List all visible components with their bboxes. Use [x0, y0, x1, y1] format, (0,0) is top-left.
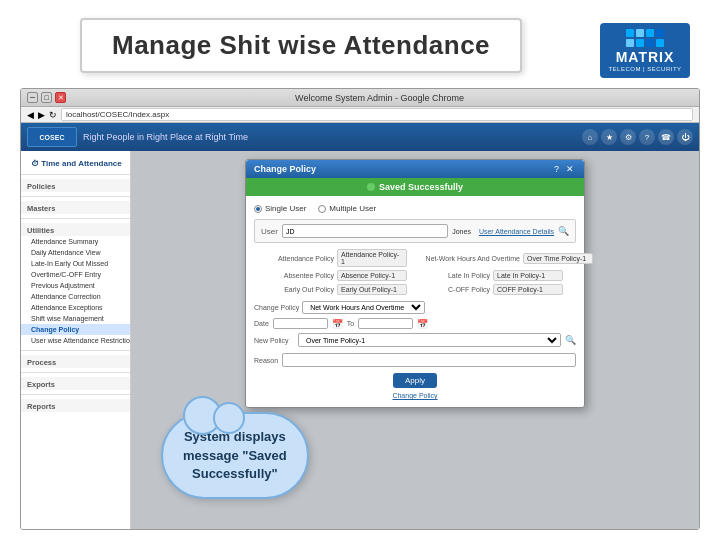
modal-help-icon[interactable]: ? — [552, 164, 561, 174]
sidebar-section-masters: Masters — [21, 199, 130, 216]
calendar-from-icon[interactable]: 📅 — [332, 319, 343, 329]
logo-dot-3 — [646, 29, 654, 37]
reason-input[interactable] — [282, 353, 576, 367]
absentee-policy-label: Absentee Policy — [254, 272, 334, 279]
sidebar-item-att-exceptions[interactable]: Attendance Exceptions — [21, 302, 130, 313]
logo-dot-2 — [636, 29, 644, 37]
coff-policy-label: C-OFF Policy — [410, 286, 490, 293]
sidebar-header-reports: Reports — [21, 399, 130, 412]
early-out-policy-value: Early Out Policy-1 — [337, 284, 407, 295]
single-user-radio-dot — [254, 205, 262, 213]
sidebar-module-time[interactable]: ⏱ Time and Attendance — [21, 157, 130, 170]
new-policy-select[interactable]: Over Time Policy-1 — [298, 333, 561, 347]
new-policy-search-icon[interactable]: 🔍 — [565, 335, 576, 345]
sidebar-item-prev-adj[interactable]: Previous Adjustment — [21, 280, 130, 291]
sidebar-header-policies: Policies — [21, 179, 130, 192]
modal-user-row: User Jones User Attendance Details 🔍 — [254, 219, 576, 243]
app-logo: COSEC — [27, 127, 77, 147]
slide-container: Manage Shit wise Attendance MATRIX TELEC… — [0, 0, 720, 540]
early-out-policy-label: Early Out Policy — [254, 286, 334, 293]
sidebar-item-daily-view[interactable]: Daily Attendance View — [21, 247, 130, 258]
modal-radio-row: Single User Multiple User — [254, 204, 576, 213]
apply-button[interactable]: Apply — [393, 373, 437, 388]
sidebar-section-reports: Reports — [21, 397, 130, 414]
sidebar-item-late-in[interactable]: Late-In Early Out Missed — [21, 258, 130, 269]
app-header: COSEC Right People in Right Place at Rig… — [21, 123, 699, 151]
app-header-icons: ⌂ ★ ⚙ ? ☎ ⏻ — [582, 129, 693, 145]
modal-close-icon[interactable]: ✕ — [564, 164, 576, 174]
logo-brand-text: MATRIX — [616, 50, 675, 64]
late-in-policy-row: Late In Policy Late In Policy-1 — [410, 270, 593, 281]
sidebar-item-att-correction[interactable]: Attendance Correction — [21, 291, 130, 302]
browser-close-btn[interactable]: ✕ — [55, 92, 66, 103]
reason-row: Reason — [254, 353, 576, 367]
help-icon[interactable]: ? — [639, 129, 655, 145]
sidebar-section-exports: Exports — [21, 375, 130, 392]
forward-icon[interactable]: ▶ — [38, 110, 45, 120]
app-logo-text: COSEC — [40, 134, 65, 141]
slide-title: Manage Shit wise Attendance — [112, 30, 490, 60]
attendance-policy-row: Attendance Policy Attendance Policy-1 — [254, 249, 407, 267]
logo-dot-8 — [656, 39, 664, 47]
reason-label: Reason — [254, 357, 278, 364]
late-in-policy-label: Late In Policy — [410, 272, 490, 279]
date-to-input[interactable] — [358, 318, 413, 329]
star-icon[interactable]: ★ — [601, 129, 617, 145]
calendar-to-icon[interactable]: 📅 — [417, 319, 428, 329]
home-icon[interactable]: ⌂ — [582, 129, 598, 145]
refresh-icon[interactable]: ↻ — [49, 110, 57, 120]
main-content: Change Policy ? ✕ Saved Successfully — [131, 151, 699, 529]
top-section: Manage Shit wise Attendance MATRIX TELEC… — [0, 0, 720, 88]
phone-icon[interactable]: ☎ — [658, 129, 674, 145]
net-work-hours-value: Over Time Policy-1 — [523, 253, 593, 264]
sidebar-item-attendance-summary[interactable]: Attendance Summary — [21, 236, 130, 247]
early-out-policy-row: Early Out Policy Early Out Policy-1 — [254, 284, 407, 295]
date-row: Date 📅 To 📅 — [254, 318, 576, 329]
sidebar-item-shift-mgmt[interactable]: Shift wise Management — [21, 313, 130, 324]
browser-urlbar: ◀ ▶ ↻ localhost/COSEC/Index.aspx — [21, 107, 699, 123]
logo-grid — [626, 29, 664, 47]
browser-minimize-btn[interactable]: ─ — [27, 92, 38, 103]
app-body: ⏱ Time and Attendance Policies Masters U… — [21, 151, 699, 529]
power-icon[interactable]: ⏻ — [677, 129, 693, 145]
change-policy-dropdown[interactable]: Net Work Hours And Overtime — [302, 301, 425, 314]
app-module-name: Right People in Right Place at Right Tim… — [83, 132, 576, 142]
user-name-display: Jones — [452, 228, 471, 235]
sidebar-header-masters: Masters — [21, 201, 130, 214]
sidebar-header-exports: Exports — [21, 377, 130, 390]
modal-header-icons: ? ✕ — [552, 164, 576, 174]
modal-title: Change Policy — [254, 164, 316, 174]
logo-dot-5 — [626, 39, 634, 47]
url-bar[interactable]: localhost/COSEC/Index.aspx — [61, 108, 693, 121]
sidebar-item-change-policy[interactable]: Change Policy — [21, 324, 130, 335]
new-policy-row: New Policy Over Time Policy-1 🔍 — [254, 333, 576, 347]
sidebar-section-utilities: Utilities Attendance Summary Daily Atten… — [21, 221, 130, 348]
user-input[interactable] — [282, 224, 448, 238]
browser-maximize-btn[interactable]: □ — [41, 92, 52, 103]
back-icon[interactable]: ◀ — [27, 110, 34, 120]
logo-tagline-text: TELECOM | SECURITY — [608, 66, 681, 72]
user-attendance-details-link[interactable]: User Attendance Details — [479, 228, 554, 235]
success-banner: Saved Successfully — [246, 178, 584, 196]
date-from-input[interactable] — [273, 318, 328, 329]
annotation-text: System displaysmessage "SavedSuccessfull… — [183, 429, 287, 480]
user-search-icon[interactable]: 🔍 — [558, 226, 569, 236]
coff-policy-value: COFF Policy-1 — [493, 284, 563, 295]
absentee-policy-row: Absentee Policy Absence Policy-1 — [254, 270, 407, 281]
cloud-annotation: System displaysmessage "SavedSuccessfull… — [161, 412, 309, 499]
multiple-user-radio[interactable]: Multiple User — [318, 204, 376, 213]
single-user-radio[interactable]: Single User — [254, 204, 306, 213]
gear-icon[interactable]: ⚙ — [620, 129, 636, 145]
modal-body: Single User Multiple User User — [246, 196, 584, 407]
sidebar-item-user-att-restriction[interactable]: User wise Attendance Restriction — [21, 335, 130, 346]
attendance-policy-label: Attendance Policy — [254, 255, 334, 262]
coff-policy-row: C-OFF Policy COFF Policy-1 — [410, 284, 593, 295]
change-policy-footer-link[interactable]: Change Policy — [254, 392, 576, 399]
sidebar-section-policies: Policies — [21, 177, 130, 194]
sidebar-section-process: Process — [21, 353, 130, 370]
matrix-logo: MATRIX TELECOM | SECURITY — [600, 23, 690, 78]
logo-dot-1 — [626, 29, 634, 37]
sidebar-item-overtime-entry[interactable]: Overtime/C-OFF Entry — [21, 269, 130, 280]
change-policy-form-row: Change Policy Net Work Hours And Overtim… — [254, 301, 576, 314]
sidebar: ⏱ Time and Attendance Policies Masters U… — [21, 151, 131, 529]
